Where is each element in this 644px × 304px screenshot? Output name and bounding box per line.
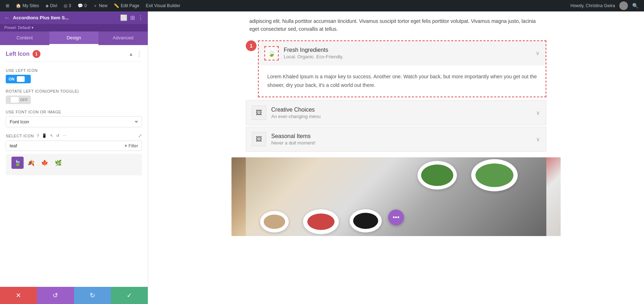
rotate-left-icon-field: Rotate Left Icon(Open Toggle) OFF: [0, 86, 148, 107]
intro-text: adipiscing elit. Nulla porttitor accumsa…: [235, 11, 557, 40]
main-layout: ← Accordions Plus Item S... ⬜ ⊞ ⋮ Preset…: [0, 11, 644, 304]
icon-search-input[interactable]: [10, 143, 122, 148]
dots-menu-button[interactable]: •••: [388, 210, 404, 225]
right-content: adipiscing elit. Nulla porttitor accumsa…: [148, 11, 644, 304]
undo-button[interactable]: ↺: [37, 287, 74, 304]
preset-label: Preset: Default: [4, 25, 30, 30]
accordion-chevron-2[interactable]: ∨: [536, 109, 540, 116]
ellipsis-icon[interactable]: ⋯: [63, 133, 67, 138]
accordion-chevron-3[interactable]: ∨: [536, 136, 540, 143]
accordion-item-3: 🖼 Seasonal Items Never a dull moment! ∨: [246, 127, 546, 152]
filter-button[interactable]: + Filter: [125, 143, 138, 148]
edit-icon: ✏️: [114, 3, 119, 8]
admin-search-icon[interactable]: 🔍: [629, 3, 641, 9]
accordion-item-2: 🖼 Creative Choices An ever-changing menu…: [246, 100, 546, 125]
icon-maple-leaf[interactable]: 🍁: [39, 157, 51, 169]
tab-advanced[interactable]: Advanced: [98, 31, 148, 45]
reset-icon[interactable]: ↺: [56, 133, 60, 138]
accordion-title-3: Seasonal Items: [271, 133, 531, 139]
panel-title: Accordions Plus Item S...: [13, 15, 69, 20]
expand-icon[interactable]: ⤢: [138, 133, 142, 138]
bowl-1: [260, 211, 289, 232]
accordion-chevron-1[interactable]: ∨: [536, 50, 540, 57]
left-panel: ← Accordions Plus Item S... ⬜ ⊞ ⋮ Preset…: [0, 11, 148, 304]
redo-button[interactable]: ↻: [74, 287, 111, 304]
panel-header: ← Accordions Plus Item S... ⬜ ⊞ ⋮: [0, 11, 148, 24]
bowl-3: [350, 209, 382, 232]
admin-edit-page[interactable]: ✏️ Edit Page: [111, 0, 142, 11]
accordion-text-2: Creative Choices An ever-changing menu: [271, 107, 531, 119]
grid-icon[interactable]: ⊞: [130, 14, 135, 21]
icon-search-input-row: + Filter: [6, 141, 142, 151]
section-badge: 1: [33, 50, 40, 58]
select-icon-section: Select Icon ? 📱 ↖ ↺ ⋯ ⤢ + Filter: [0, 130, 148, 154]
food-image-container: •••: [246, 157, 546, 236]
mobile-icon[interactable]: 📱: [42, 133, 47, 138]
admin-comments-count[interactable]: 💬 0: [75, 0, 90, 11]
admin-exit-builder[interactable]: Exit Visual Builder: [143, 0, 183, 11]
cancel-button[interactable]: ✕: [0, 287, 37, 304]
admin-wp-logo[interactable]: ⊞: [3, 0, 12, 11]
section-options-icon[interactable]: ⋮: [136, 51, 142, 58]
avatar: [619, 1, 628, 10]
bottom-bar: ✕ ↺ ↻ ✓: [0, 287, 148, 304]
panel-content: Left Icon 1 ▲ ⋮ Use Left Icon ON Rot: [0, 45, 148, 287]
admin-divi[interactable]: ◈ Divi: [43, 0, 60, 11]
use-left-icon-label: Use Left Icon: [6, 68, 142, 73]
accordion-text-1: Fresh Ingredients Local. Organic. Eco-Fr…: [284, 47, 531, 59]
accordion-header-2[interactable]: 🖼 Creative Choices An ever-changing menu…: [246, 100, 546, 125]
select-icon-label: Select Icon ? 📱 ↖ ↺ ⋯ ⤢: [6, 133, 142, 138]
rotate-toggle-knob: [11, 97, 19, 103]
arrow-icon[interactable]: ↖: [50, 133, 54, 138]
back-arrow-icon[interactable]: ←: [4, 15, 10, 21]
home-icon: 🏠: [16, 3, 21, 8]
use-left-icon-toggle[interactable]: ON: [6, 75, 31, 83]
icon-leaf[interactable]: 🍃: [11, 157, 24, 169]
plus-icon: ＋: [93, 3, 97, 9]
accordions-wrapper: 1 🍃 Fresh Ingredients Local. Organic. Ec…: [231, 40, 561, 152]
icon-leaf-outline[interactable]: 🍂: [25, 157, 37, 169]
section-collapse-icon[interactable]: ▲: [128, 51, 133, 57]
tab-content[interactable]: Content: [0, 31, 49, 45]
accordion-header-1[interactable]: 🍃 Fresh Ingredients Local. Organic. Eco-…: [259, 41, 546, 65]
bowl-5: [471, 159, 518, 191]
accordion-title-1: Fresh Ingredients: [284, 47, 531, 53]
help-icon[interactable]: ?: [37, 134, 39, 138]
ring-icon: ◎: [64, 3, 67, 8]
admin-my-sites[interactable]: 🏠 My Sites: [13, 0, 42, 11]
admin-comments[interactable]: ◎ 3: [61, 0, 74, 11]
icon-leaf-alt[interactable]: 🌿: [52, 157, 64, 169]
font-icon-select[interactable]: Font Icon Image: [6, 116, 142, 127]
section-header-icons: ▲ ⋮: [128, 51, 142, 58]
accordion-row-1: 1 🍃 Fresh Ingredients Local. Organic. Ec…: [246, 40, 546, 99]
panel-preset-row[interactable]: Preset: Default ▾: [0, 24, 148, 31]
tab-design[interactable]: Design: [49, 31, 99, 45]
accordion-icon-2: 🖼: [252, 106, 266, 120]
accordion-title-2: Creative Choices: [271, 107, 531, 113]
save-button[interactable]: ✓: [111, 287, 148, 304]
rotate-left-icon-label: Rotate Left Icon(Open Toggle): [6, 89, 142, 93]
section-header: Left Icon 1 ▲ ⋮: [0, 45, 148, 62]
accordion-text-3: Seasonal Items Never a dull moment!: [271, 133, 531, 146]
use-left-icon-field: Use Left Icon ON: [0, 65, 148, 86]
accordion-badge-1: 1: [246, 40, 257, 51]
maximize-icon[interactable]: ⬜: [120, 14, 127, 21]
rotate-left-icon-toggle[interactable]: OFF: [6, 95, 31, 104]
accordion-1: 🍃 Fresh Ingredients Local. Organic. Eco-…: [258, 40, 546, 99]
icon-grid: 🍃 🍂 🍁 🌿: [6, 154, 142, 175]
accordion-item-1: 🍃 Fresh Ingredients Local. Organic. Eco-…: [258, 40, 546, 98]
accordion-icon-dashed-1: 🍃: [264, 46, 279, 60]
accordion-subtitle-1: Local. Organic. Eco-Friendly.: [284, 54, 531, 59]
admin-bar: ⊞ 🏠 My Sites ◈ Divi ◎ 3 💬 0 ＋ New ✏️ Edi…: [0, 0, 644, 11]
font-icon-label: Use Font Icon or Image: [6, 110, 142, 114]
panel-header-icons: ⬜ ⊞ ⋮: [120, 14, 143, 21]
accordion-icon-3: 🖼: [252, 132, 266, 146]
bowl-4: [418, 161, 457, 190]
wp-icon: ⊞: [6, 3, 9, 8]
section-title: Left Icon 1: [6, 50, 40, 58]
admin-new[interactable]: ＋ New: [90, 0, 110, 11]
accordion-header-3[interactable]: 🖼 Seasonal Items Never a dull moment! ∨: [246, 127, 546, 151]
dots-menu-icon[interactable]: ⋮: [138, 14, 143, 21]
food-image: •••: [231, 157, 561, 236]
divi-icon: ◈: [45, 3, 49, 8]
